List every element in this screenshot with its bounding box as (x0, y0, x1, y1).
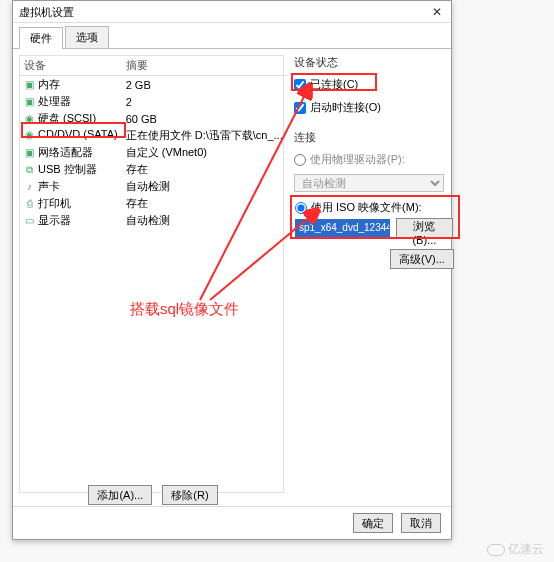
physical-drive-label: 使用物理驱动器(P): (310, 152, 405, 167)
physical-drive-select: 自动检测 (294, 174, 444, 192)
memory-icon: ▣ (24, 79, 35, 90)
hw-row-memory[interactable]: ▣内存2 GB (20, 76, 287, 94)
printer-icon: ⎙ (24, 198, 35, 209)
hw-row-usb[interactable]: ⧉USB 控制器存在 (20, 161, 287, 178)
dialog-footer: 确定 取消 (13, 506, 451, 539)
browse-button[interactable]: 浏览(B)... (396, 218, 453, 238)
start-connected-label: 启动时连接(O) (310, 100, 381, 115)
cpu-icon: ▣ (24, 96, 35, 107)
close-icon[interactable]: ✕ (429, 1, 445, 23)
remove-button[interactable]: 移除(R) (162, 485, 217, 505)
sound-icon: ♪ (24, 181, 35, 192)
start-connected-row: 启动时连接(O) (294, 99, 454, 116)
hw-row-cddvd[interactable]: ◉CD/DVD (SATA)正在使用文件 D:\迅雷下载\cn_... (20, 127, 287, 144)
hw-row-sound[interactable]: ♪声卡自动检测 (20, 178, 287, 195)
connected-checkbox[interactable] (294, 79, 306, 91)
connected-label: 已连接(C) (310, 77, 358, 92)
physical-drive-row: 使用物理驱动器(P): (294, 151, 454, 168)
advanced-button[interactable]: 高级(V)... (390, 249, 454, 269)
vm-settings-dialog: 虚拟机设置 ✕ 硬件 选项 设备 摘要 ▣内存2 GB ▣处理器2 ◉硬盘 (S… (12, 0, 452, 540)
connection-label: 连接 (294, 130, 454, 145)
annotation-text: 搭载sql镜像文件 (130, 300, 239, 319)
device-status-label: 设备状态 (294, 55, 454, 70)
iso-row: 使用 ISO 映像文件(M): (295, 199, 453, 216)
iso-label: 使用 ISO 映像文件(M): (311, 200, 422, 215)
display-icon: ▭ (24, 215, 35, 226)
physical-drive-radio[interactable] (294, 154, 306, 166)
col-summary: 摘要 (122, 56, 287, 76)
start-connected-checkbox[interactable] (294, 102, 306, 114)
add-button[interactable]: 添加(A)... (88, 485, 152, 505)
cancel-button[interactable]: 取消 (401, 513, 441, 533)
tabbar: 硬件 选项 (13, 23, 451, 49)
titlebar: 虚拟机设置 ✕ (13, 1, 451, 23)
watermark: 亿速云 (487, 541, 544, 558)
hw-row-net[interactable]: ▣网络适配器自定义 (VMnet0) (20, 144, 287, 161)
hw-row-cpu[interactable]: ▣处理器2 (20, 93, 287, 110)
add-remove-bar: 添加(A)... 移除(R) (23, 485, 283, 505)
disk-icon: ◉ (24, 113, 35, 124)
col-device: 设备 (20, 56, 122, 76)
connected-checkbox-row: 已连接(C) (294, 76, 454, 93)
iso-path-field[interactable]: sp1_x64_dvd_1234495.iso (295, 219, 390, 237)
usb-icon: ⧉ (24, 164, 35, 175)
hw-row-disk[interactable]: ◉硬盘 (SCSI)60 GB (20, 110, 287, 127)
watermark-text: 亿速云 (508, 541, 544, 558)
hw-row-printer[interactable]: ⎙打印机存在 (20, 195, 287, 212)
cddvd-icon: ◉ (24, 129, 35, 140)
hardware-list: 设备 摘要 ▣内存2 GB ▣处理器2 ◉硬盘 (SCSI)60 GB ◉CD/… (19, 55, 284, 493)
iso-radio[interactable] (295, 202, 307, 214)
window-title: 虚拟机设置 (19, 1, 74, 23)
ok-button[interactable]: 确定 (353, 513, 393, 533)
watermark-icon (487, 544, 505, 556)
network-icon: ▣ (24, 147, 35, 158)
hw-row-display[interactable]: ▭显示器自动检测 (20, 212, 287, 229)
tab-hardware[interactable]: 硬件 (19, 27, 63, 49)
tab-options[interactable]: 选项 (65, 26, 109, 48)
device-details: 设备状态 已连接(C) 启动时连接(O) 连接 使用物理驱动器(P): 自动检测 (284, 55, 454, 493)
